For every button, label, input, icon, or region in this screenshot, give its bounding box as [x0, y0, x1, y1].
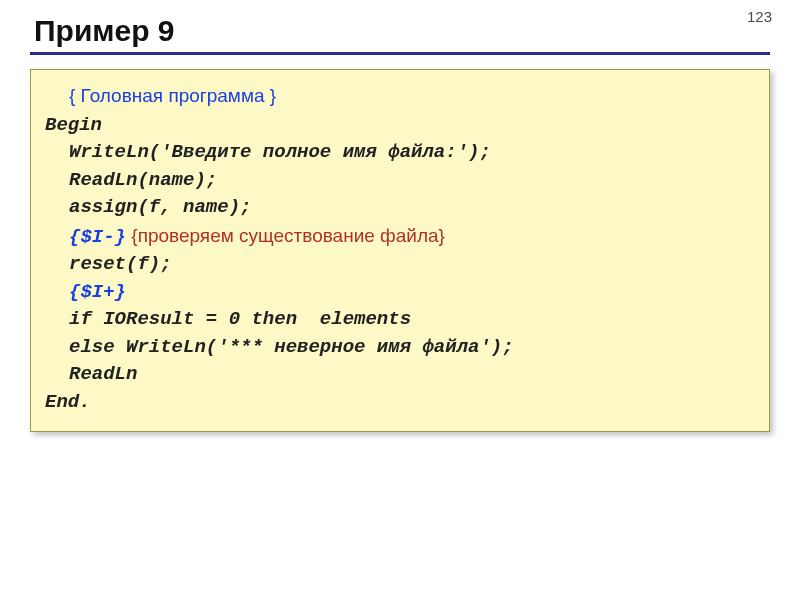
- code-line: Begin: [45, 112, 755, 140]
- code-line: End.: [45, 389, 755, 417]
- code-line: { Головная программа }: [45, 82, 755, 112]
- slide: 123 Пример 9 { Головная программа } Begi…: [0, 0, 800, 600]
- code-comment: {проверяем существование файла}: [126, 225, 445, 246]
- code-line: assign(f, name);: [45, 194, 755, 222]
- code-line: else WriteLn('*** неверное имя файла');: [45, 334, 755, 362]
- page-number: 123: [747, 8, 772, 25]
- code-line: reset(f);: [45, 251, 755, 279]
- code-line: {$I+}: [45, 279, 755, 307]
- code-line: WriteLn('Введите полное имя файла:');: [45, 139, 755, 167]
- code-line: ReadLn(name);: [45, 167, 755, 195]
- code-comment: { Головная программа }: [69, 85, 276, 106]
- title-rule: [30, 52, 770, 55]
- slide-title: Пример 9: [34, 14, 770, 48]
- code-line: ReadLn: [45, 361, 755, 389]
- code-line: if IOResult = 0 then elements: [45, 306, 755, 334]
- code-directive: {$I+}: [69, 281, 126, 303]
- code-directive: {$I-}: [69, 226, 126, 248]
- code-line: {$I-} {проверяем существование файла}: [45, 222, 755, 252]
- code-block: { Головная программа } Begin WriteLn('Вв…: [30, 69, 770, 432]
